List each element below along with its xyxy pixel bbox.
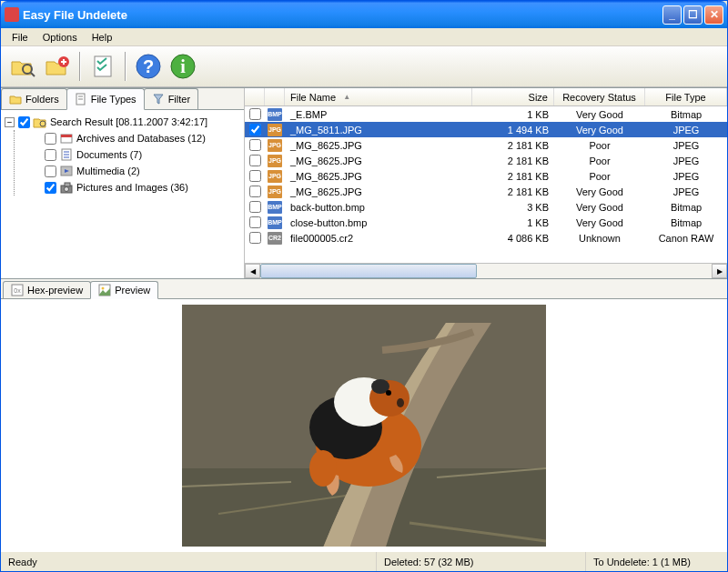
row-checkbox[interactable] [249, 155, 261, 166]
cell-status: Very Good [554, 109, 645, 120]
table-row[interactable]: JPG_MG_8625.JPG2 181 KBPoorJPEG [245, 168, 727, 184]
help-button[interactable]: ? [132, 50, 165, 83]
status-ready: Ready [1, 552, 377, 571]
row-checkbox[interactable] [249, 124, 261, 135]
tree-item-icon [59, 147, 74, 162]
options-button[interactable] [86, 50, 119, 83]
tree-item-checkbox[interactable] [45, 149, 56, 161]
svg-rect-13 [61, 135, 72, 137]
sort-ascending-icon: ▲ [343, 93, 350, 101]
tree-item[interactable]: Multimedia (2) [31, 163, 240, 179]
cell-size: 2 181 KB [472, 140, 554, 151]
svg-text:?: ? [143, 56, 154, 76]
table-row[interactable]: JPG_MG_8625.JPG2 181 KBVery GoodJPEG [245, 184, 727, 199]
cell-size: 2 181 KB [472, 156, 554, 166]
title-text: Easy File Undelete [23, 8, 127, 22]
header-size[interactable]: Size [472, 88, 554, 105]
menu-file[interactable]: File [5, 30, 35, 45]
tree-item-checkbox[interactable] [45, 182, 56, 194]
menu-options[interactable]: Options [35, 30, 85, 45]
menu-help[interactable]: Help [85, 30, 120, 45]
header-icon-col[interactable] [265, 88, 285, 105]
header-type[interactable]: File Type [645, 88, 727, 105]
cell-name: _E.BMP [285, 109, 472, 120]
cell-name: close-button.bmp [285, 217, 472, 228]
hex-icon: 0x [11, 284, 24, 296]
titlebar[interactable]: Easy File Undelete _ ☐ ✕ [1, 1, 727, 28]
cell-size: 4 086 KB [472, 233, 554, 244]
table-row[interactable]: JPG_MG_8625.JPG2 181 KBPoorJPEG [245, 137, 727, 153]
table-row[interactable]: BMP_E.BMP1 KBVery GoodBitmap [245, 106, 727, 122]
tree-collapse-icon[interactable]: − [5, 117, 15, 127]
header-checkbox-col[interactable] [245, 88, 265, 105]
status-deleted: Deleted: 57 (32 MB) [377, 552, 586, 571]
toolbar: ? i [1, 46, 727, 87]
scroll-thumb[interactable] [260, 264, 477, 278]
svg-rect-3 [95, 56, 111, 76]
tab-hex-preview[interactable]: 0x Hex-preview [3, 281, 91, 298]
tab-folders[interactable]: Folders [1, 88, 67, 109]
tree-item[interactable]: Archives and Databases (12) [31, 130, 240, 146]
table-row[interactable]: BMPclose-button.bmp1 KBVery GoodBitmap [245, 215, 727, 230]
scroll-track[interactable] [260, 264, 712, 278]
undelete-button[interactable] [41, 50, 74, 83]
header-status[interactable]: Recovery Status [554, 88, 645, 105]
tree-item-checkbox[interactable] [45, 133, 56, 145]
app-window: Easy File Undelete _ ☐ ✕ File Options He… [0, 0, 728, 572]
header-name[interactable]: File Name▲ [285, 88, 472, 105]
tab-preview[interactable]: Preview [90, 281, 158, 299]
tree-item-label: Pictures and Images (36) [76, 182, 188, 193]
table-row[interactable]: JPG_MG_5811.JPG1 494 KBVery GoodJPEG [245, 122, 727, 137]
row-checkbox[interactable] [249, 139, 261, 151]
cr2-file-icon: CR2 [268, 232, 282, 245]
svg-text:0x: 0x [14, 287, 21, 294]
row-checkbox[interactable] [249, 216, 261, 228]
cell-size: 1 494 KB [472, 125, 554, 135]
info-button[interactable]: i [167, 50, 199, 83]
folder-icon [9, 93, 22, 105]
table-row[interactable]: JPG_MG_8625.JPG2 181 KBPoorJPEG [245, 153, 727, 168]
right-pane: File Name▲ Size Recovery Status File Typ… [245, 88, 727, 278]
tree-root-checkbox[interactable] [18, 116, 30, 128]
toolbar-separator [125, 52, 126, 81]
search-folder-icon [9, 53, 36, 80]
row-checkbox[interactable] [249, 170, 261, 182]
tree-item-icon [59, 164, 74, 178]
scroll-left-button[interactable]: ◀ [245, 264, 260, 278]
horizontal-scrollbar[interactable]: ◀ ▶ [245, 263, 727, 278]
svg-point-26 [102, 287, 105, 290]
help-icon: ? [135, 53, 162, 80]
svg-rect-21 [65, 183, 70, 186]
cell-name: _MG_8625.JPG [285, 186, 472, 197]
jpg-file-icon: JPG [268, 186, 282, 198]
tab-filter[interactable]: Filter [144, 88, 198, 109]
row-checkbox[interactable] [249, 186, 261, 197]
minimize-button[interactable]: _ [662, 5, 682, 25]
cell-status: Poor [554, 140, 645, 151]
search-button[interactable] [6, 50, 39, 83]
tree-item[interactable]: Pictures and Images (36) [31, 179, 240, 196]
cell-name: _MG_8625.JPG [285, 171, 472, 182]
row-checkbox[interactable] [249, 108, 261, 120]
cell-name: _MG_8625.JPG [285, 156, 472, 166]
tree-item-checkbox[interactable] [45, 166, 56, 177]
table-row[interactable]: BMPback-button.bmp3 KBVery GoodBitmap [245, 199, 727, 215]
scroll-right-button[interactable]: ▶ [712, 264, 727, 278]
row-checkbox[interactable] [249, 232, 261, 244]
close-button[interactable]: ✕ [704, 5, 723, 25]
search-result-icon [33, 115, 47, 129]
cell-type: JPEG [645, 186, 727, 197]
tree-root[interactable]: − Search Result [08.11.2007 3:42:17] [5, 114, 240, 130]
preview-icon [98, 284, 111, 296]
filter-icon [152, 93, 165, 105]
row-checkbox[interactable] [249, 201, 261, 213]
preview-image [182, 305, 546, 547]
undelete-folder-icon [44, 53, 71, 80]
tree-root-label: Search Result [08.11.2007 3:42:17] [50, 116, 207, 127]
tree-item[interactable]: Documents (7) [31, 146, 240, 163]
table-row[interactable]: CR2file000005.cr24 086 KBUnknownCanon RA… [245, 230, 727, 246]
maximize-button[interactable]: ☐ [683, 5, 703, 25]
status-undelete: To Undelete: 1 (1 MB) [586, 552, 727, 571]
bmp-file-icon: BMP [268, 216, 282, 229]
tab-file-types[interactable]: File Types [66, 88, 145, 110]
